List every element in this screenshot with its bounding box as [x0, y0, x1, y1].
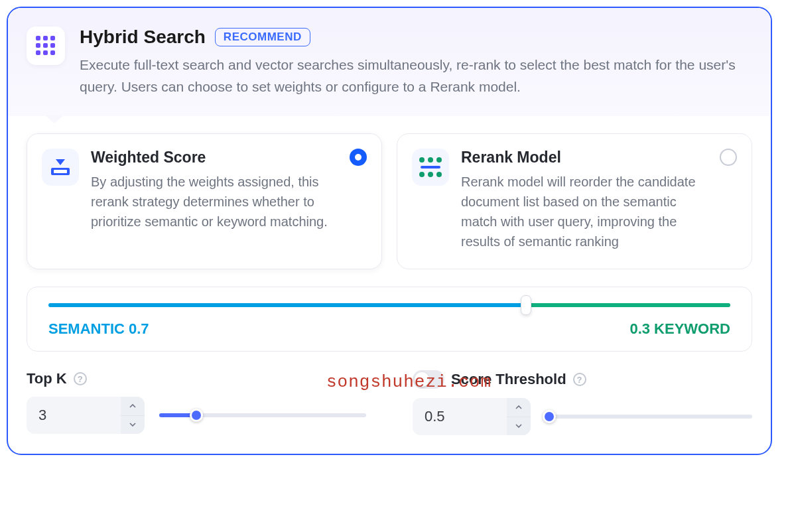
top-k-label: Top K — [27, 370, 67, 387]
chevron-down-icon — [515, 424, 522, 428]
option-title: Weighted Score — [91, 149, 343, 166]
score-threshold-step-up[interactable] — [507, 398, 531, 417]
card-description: Execute full-text search and vector sear… — [80, 54, 750, 98]
semantic-keyword-slider-card: SEMANTIC 0.7 0.3 KEYWORD — [27, 287, 752, 352]
help-icon[interactable]: ? — [74, 372, 87, 385]
option-rerank-model[interactable]: Rerank Model Rerank model will reorder t… — [397, 133, 752, 269]
top-k-input[interactable]: 3 — [27, 397, 145, 434]
chevron-down-icon — [129, 423, 136, 427]
keyword-label: 0.3 KEYWORD — [629, 320, 730, 338]
card-body: Weighted Score By adjusting the weights … — [8, 116, 771, 454]
chevron-up-icon — [515, 405, 522, 409]
score-threshold-step-down[interactable] — [507, 417, 531, 436]
option-weighted-score[interactable]: Weighted Score By adjusting the weights … — [27, 133, 382, 269]
option-rerank-radio[interactable] — [720, 149, 737, 166]
option-weighted-radio[interactable] — [350, 149, 367, 166]
top-k-value: 3 — [27, 397, 121, 434]
score-threshold-toggle[interactable] — [413, 370, 444, 389]
score-threshold-slider[interactable] — [545, 415, 752, 419]
score-threshold-field: Score Threshold ? 0.5 — [413, 370, 752, 435]
hybrid-search-icon — [27, 27, 65, 65]
help-icon[interactable]: ? — [573, 373, 586, 386]
rerank-model-icon — [412, 149, 449, 186]
top-k-field: Top K ? 3 — [27, 370, 366, 435]
score-threshold-value: 0.5 — [413, 398, 507, 435]
option-description: By adjusting the weights assigned, this … — [91, 172, 343, 232]
semantic-label: SEMANTIC 0.7 — [48, 320, 149, 338]
card-title: Hybrid Search — [80, 27, 206, 48]
hybrid-search-card: Hybrid Search RECOMMEND Execute full-tex… — [7, 7, 772, 455]
option-description: Rerank model will reorder the candidate … — [461, 172, 713, 251]
header-notch — [45, 115, 64, 123]
option-title: Rerank Model — [461, 149, 713, 166]
slider-handle[interactable] — [543, 410, 556, 423]
weighted-score-icon — [42, 149, 79, 186]
card-header: Hybrid Search RECOMMEND Execute full-tex… — [8, 8, 771, 116]
recommend-badge: RECOMMEND — [215, 28, 310, 46]
top-k-step-down[interactable] — [121, 416, 145, 434]
grid-icon — [36, 36, 56, 56]
semantic-keyword-slider[interactable] — [48, 303, 730, 307]
top-k-slider[interactable] — [159, 413, 366, 417]
rerank-options: Weighted Score By adjusting the weights … — [27, 133, 752, 269]
bottom-controls: Top K ? 3 — [27, 370, 752, 435]
header-text: Hybrid Search RECOMMEND Execute full-tex… — [80, 27, 750, 98]
chevron-up-icon — [129, 404, 136, 408]
score-threshold-label: Score Threshold — [451, 371, 566, 388]
slider-handle[interactable] — [190, 409, 203, 422]
top-k-step-up[interactable] — [121, 397, 145, 416]
slider-handle[interactable] — [521, 295, 531, 315]
score-threshold-input[interactable]: 0.5 — [413, 398, 531, 435]
